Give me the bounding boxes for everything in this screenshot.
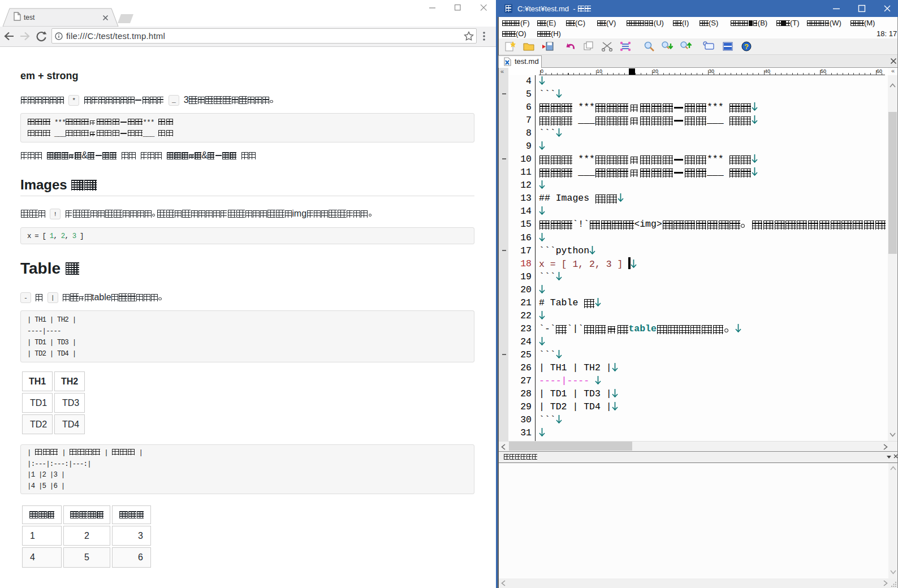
svg-text:?: ? — [744, 42, 749, 51]
